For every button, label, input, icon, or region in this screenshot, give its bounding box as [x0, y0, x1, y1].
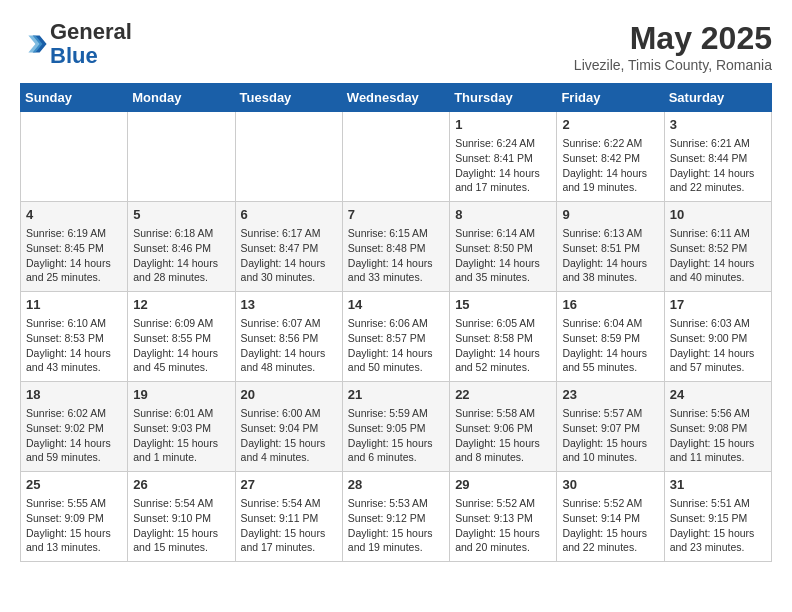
day-number: 20 [241, 386, 337, 404]
day-info: Sunrise: 6:10 AM Sunset: 8:53 PM Dayligh… [26, 316, 122, 375]
calendar-cell: 14Sunrise: 6:06 AM Sunset: 8:57 PM Dayli… [342, 292, 449, 382]
day-info: Sunrise: 6:13 AM Sunset: 8:51 PM Dayligh… [562, 226, 658, 285]
day-number: 21 [348, 386, 444, 404]
day-number: 16 [562, 296, 658, 314]
day-info: Sunrise: 5:52 AM Sunset: 9:13 PM Dayligh… [455, 496, 551, 555]
calendar-cell: 22Sunrise: 5:58 AM Sunset: 9:06 PM Dayli… [450, 382, 557, 472]
day-info: Sunrise: 6:06 AM Sunset: 8:57 PM Dayligh… [348, 316, 444, 375]
calendar-cell: 4Sunrise: 6:19 AM Sunset: 8:45 PM Daylig… [21, 202, 128, 292]
weekday-header-row: SundayMondayTuesdayWednesdayThursdayFrid… [21, 84, 772, 112]
day-number: 17 [670, 296, 766, 314]
page-subtitle: Livezile, Timis County, Romania [574, 57, 772, 73]
day-info: Sunrise: 6:01 AM Sunset: 9:03 PM Dayligh… [133, 406, 229, 465]
calendar-cell: 11Sunrise: 6:10 AM Sunset: 8:53 PM Dayli… [21, 292, 128, 382]
day-number: 31 [670, 476, 766, 494]
page-header: General Blue May 2025 Livezile, Timis Co… [20, 20, 772, 73]
day-info: Sunrise: 6:19 AM Sunset: 8:45 PM Dayligh… [26, 226, 122, 285]
day-number: 12 [133, 296, 229, 314]
day-number: 18 [26, 386, 122, 404]
calendar-cell: 10Sunrise: 6:11 AM Sunset: 8:52 PM Dayli… [664, 202, 771, 292]
day-number: 9 [562, 206, 658, 224]
calendar-cell: 1Sunrise: 6:24 AM Sunset: 8:41 PM Daylig… [450, 112, 557, 202]
calendar-cell: 25Sunrise: 5:55 AM Sunset: 9:09 PM Dayli… [21, 472, 128, 562]
calendar-week-5: 25Sunrise: 5:55 AM Sunset: 9:09 PM Dayli… [21, 472, 772, 562]
day-info: Sunrise: 6:05 AM Sunset: 8:58 PM Dayligh… [455, 316, 551, 375]
calendar-table: SundayMondayTuesdayWednesdayThursdayFrid… [20, 83, 772, 562]
logo-blue-text: Blue [50, 43, 98, 68]
calendar-cell: 8Sunrise: 6:14 AM Sunset: 8:50 PM Daylig… [450, 202, 557, 292]
day-info: Sunrise: 5:51 AM Sunset: 9:15 PM Dayligh… [670, 496, 766, 555]
weekday-header-friday: Friday [557, 84, 664, 112]
day-info: Sunrise: 5:59 AM Sunset: 9:05 PM Dayligh… [348, 406, 444, 465]
calendar-cell: 30Sunrise: 5:52 AM Sunset: 9:14 PM Dayli… [557, 472, 664, 562]
calendar-cell: 31Sunrise: 5:51 AM Sunset: 9:15 PM Dayli… [664, 472, 771, 562]
day-number: 28 [348, 476, 444, 494]
day-info: Sunrise: 6:09 AM Sunset: 8:55 PM Dayligh… [133, 316, 229, 375]
day-info: Sunrise: 6:07 AM Sunset: 8:56 PM Dayligh… [241, 316, 337, 375]
day-info: Sunrise: 6:18 AM Sunset: 8:46 PM Dayligh… [133, 226, 229, 285]
calendar-cell: 24Sunrise: 5:56 AM Sunset: 9:08 PM Dayli… [664, 382, 771, 472]
day-info: Sunrise: 6:15 AM Sunset: 8:48 PM Dayligh… [348, 226, 444, 285]
day-info: Sunrise: 6:04 AM Sunset: 8:59 PM Dayligh… [562, 316, 658, 375]
day-number: 5 [133, 206, 229, 224]
page-title: May 2025 [574, 20, 772, 57]
title-block: May 2025 Livezile, Timis County, Romania [574, 20, 772, 73]
weekday-header-saturday: Saturday [664, 84, 771, 112]
day-number: 22 [455, 386, 551, 404]
calendar-cell: 3Sunrise: 6:21 AM Sunset: 8:44 PM Daylig… [664, 112, 771, 202]
logo-general-text: General [50, 19, 132, 44]
calendar-week-2: 4Sunrise: 6:19 AM Sunset: 8:45 PM Daylig… [21, 202, 772, 292]
calendar-cell: 12Sunrise: 6:09 AM Sunset: 8:55 PM Dayli… [128, 292, 235, 382]
day-number: 2 [562, 116, 658, 134]
day-number: 23 [562, 386, 658, 404]
day-info: Sunrise: 5:53 AM Sunset: 9:12 PM Dayligh… [348, 496, 444, 555]
calendar-week-4: 18Sunrise: 6:02 AM Sunset: 9:02 PM Dayli… [21, 382, 772, 472]
calendar-cell: 29Sunrise: 5:52 AM Sunset: 9:13 PM Dayli… [450, 472, 557, 562]
weekday-header-wednesday: Wednesday [342, 84, 449, 112]
day-info: Sunrise: 5:55 AM Sunset: 9:09 PM Dayligh… [26, 496, 122, 555]
day-number: 24 [670, 386, 766, 404]
day-info: Sunrise: 5:57 AM Sunset: 9:07 PM Dayligh… [562, 406, 658, 465]
calendar-cell: 17Sunrise: 6:03 AM Sunset: 9:00 PM Dayli… [664, 292, 771, 382]
day-number: 14 [348, 296, 444, 314]
day-info: Sunrise: 6:17 AM Sunset: 8:47 PM Dayligh… [241, 226, 337, 285]
day-info: Sunrise: 6:14 AM Sunset: 8:50 PM Dayligh… [455, 226, 551, 285]
calendar-cell [21, 112, 128, 202]
day-number: 1 [455, 116, 551, 134]
day-info: Sunrise: 6:24 AM Sunset: 8:41 PM Dayligh… [455, 136, 551, 195]
calendar-cell: 13Sunrise: 6:07 AM Sunset: 8:56 PM Dayli… [235, 292, 342, 382]
calendar-cell: 27Sunrise: 5:54 AM Sunset: 9:11 PM Dayli… [235, 472, 342, 562]
calendar-week-3: 11Sunrise: 6:10 AM Sunset: 8:53 PM Dayli… [21, 292, 772, 382]
calendar-cell: 18Sunrise: 6:02 AM Sunset: 9:02 PM Dayli… [21, 382, 128, 472]
day-number: 6 [241, 206, 337, 224]
day-number: 7 [348, 206, 444, 224]
day-info: Sunrise: 6:11 AM Sunset: 8:52 PM Dayligh… [670, 226, 766, 285]
calendar-cell: 28Sunrise: 5:53 AM Sunset: 9:12 PM Dayli… [342, 472, 449, 562]
calendar-cell [128, 112, 235, 202]
logo: General Blue [20, 20, 132, 68]
day-number: 19 [133, 386, 229, 404]
day-number: 10 [670, 206, 766, 224]
weekday-header-monday: Monday [128, 84, 235, 112]
day-number: 27 [241, 476, 337, 494]
day-info: Sunrise: 5:54 AM Sunset: 9:10 PM Dayligh… [133, 496, 229, 555]
calendar-cell [342, 112, 449, 202]
weekday-header-sunday: Sunday [21, 84, 128, 112]
day-number: 25 [26, 476, 122, 494]
day-number: 3 [670, 116, 766, 134]
calendar-cell: 15Sunrise: 6:05 AM Sunset: 8:58 PM Dayli… [450, 292, 557, 382]
day-info: Sunrise: 6:03 AM Sunset: 9:00 PM Dayligh… [670, 316, 766, 375]
day-number: 29 [455, 476, 551, 494]
calendar-cell [235, 112, 342, 202]
day-info: Sunrise: 6:22 AM Sunset: 8:42 PM Dayligh… [562, 136, 658, 195]
calendar-cell: 2Sunrise: 6:22 AM Sunset: 8:42 PM Daylig… [557, 112, 664, 202]
calendar-cell: 20Sunrise: 6:00 AM Sunset: 9:04 PM Dayli… [235, 382, 342, 472]
day-info: Sunrise: 5:56 AM Sunset: 9:08 PM Dayligh… [670, 406, 766, 465]
day-info: Sunrise: 6:02 AM Sunset: 9:02 PM Dayligh… [26, 406, 122, 465]
calendar-week-1: 1Sunrise: 6:24 AM Sunset: 8:41 PM Daylig… [21, 112, 772, 202]
day-number: 11 [26, 296, 122, 314]
calendar-cell: 21Sunrise: 5:59 AM Sunset: 9:05 PM Dayli… [342, 382, 449, 472]
day-number: 15 [455, 296, 551, 314]
day-info: Sunrise: 5:52 AM Sunset: 9:14 PM Dayligh… [562, 496, 658, 555]
day-info: Sunrise: 6:00 AM Sunset: 9:04 PM Dayligh… [241, 406, 337, 465]
